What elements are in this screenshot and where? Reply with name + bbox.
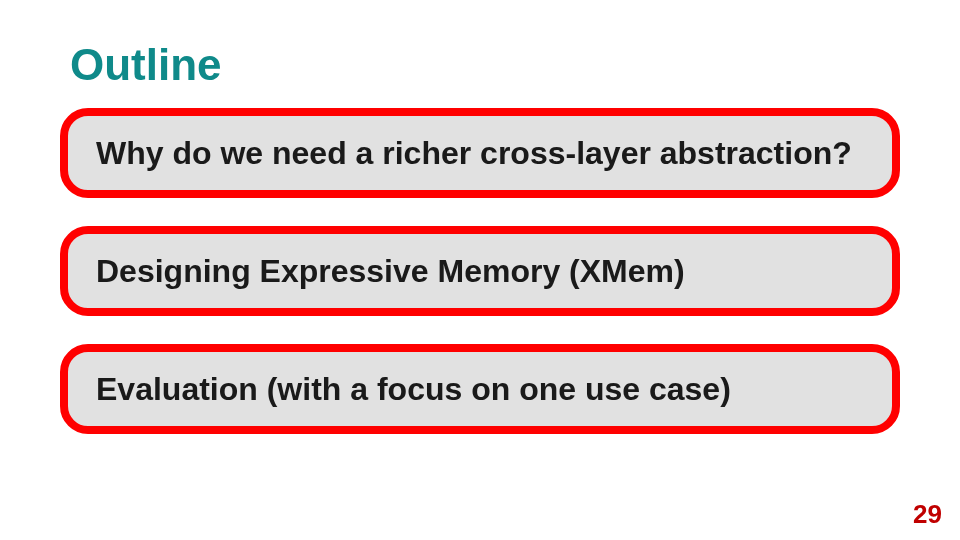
outline-item-text: Why do we need a richer cross-layer abst… (96, 133, 852, 173)
slide-title: Outline (70, 40, 900, 90)
outline-item: Evaluation (with a focus on one use case… (60, 344, 900, 434)
outline-item: Designing Expressive Memory (XMem) (60, 226, 900, 316)
outline-item: Why do we need a richer cross-layer abst… (60, 108, 900, 198)
page-number: 29 (913, 499, 942, 530)
slide: Outline Why do we need a richer cross-la… (0, 0, 960, 540)
outline-item-text: Evaluation (with a focus on one use case… (96, 369, 731, 409)
outline-item-text: Designing Expressive Memory (XMem) (96, 251, 685, 291)
